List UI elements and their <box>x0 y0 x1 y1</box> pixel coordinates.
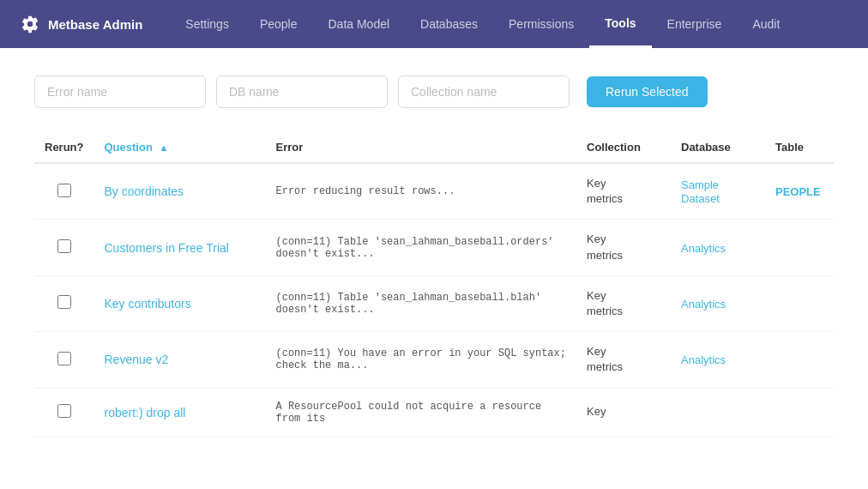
nav-tools[interactable]: Tools <box>589 0 651 48</box>
sort-arrow-icon: ▲ <box>159 142 168 153</box>
table-row: By coordinatesError reducing result rows… <box>34 163 834 220</box>
error-text: Error reducing result rows... <box>266 163 577 220</box>
error-text: (conn=11) Table 'sean_lahman_baseball.bl… <box>266 275 577 331</box>
nav-audit[interactable]: Audit <box>737 0 795 48</box>
question-link[interactable]: Revenue v2 <box>105 353 169 366</box>
database-link-cell: Analytics <box>671 220 765 275</box>
error-text: (conn=11) You have an error in your SQL … <box>266 332 577 388</box>
row-checkbox[interactable] <box>57 184 71 197</box>
question-link[interactable]: Key contributors <box>105 297 191 311</box>
collection-text: Keymetrics <box>576 220 671 275</box>
table-row: Key contributors(conn=11) Table 'sean_la… <box>34 275 834 331</box>
gear-icon <box>21 15 39 33</box>
row-checkbox[interactable] <box>57 352 71 365</box>
errors-table: Rerun? Question ▲ Error Collection <box>34 132 834 438</box>
database-link-cell <box>671 388 765 437</box>
database-link-cell: Analytics <box>671 275 765 331</box>
table-name-text <box>765 332 834 388</box>
table-row: Revenue v2(conn=11) You have an error in… <box>34 332 834 388</box>
collection-name-input[interactable] <box>398 75 570 108</box>
collection-text: Key <box>576 388 671 437</box>
database-link[interactable]: Analytics <box>681 242 726 255</box>
collection-text: Keymetrics <box>576 275 671 331</box>
row-checkbox[interactable] <box>57 404 71 418</box>
collection-text: Keymetrics <box>576 332 671 388</box>
navbar: Metbase Admin Settings People Data Model… <box>0 0 868 48</box>
row-checkbox[interactable] <box>57 239 71 253</box>
col-header-rerun: Rerun? <box>34 132 94 163</box>
question-link[interactable]: robert:) drop all <box>105 406 186 420</box>
col-header-question[interactable]: Question ▲ <box>94 132 266 163</box>
nav-data-model[interactable]: Data Model <box>312 0 405 48</box>
error-name-input[interactable] <box>34 75 206 108</box>
nav-people[interactable]: People <box>244 0 313 48</box>
errors-table-container: Rerun? Question ▲ Error Collection <box>34 132 834 438</box>
col-header-collection: Collection <box>576 132 671 163</box>
row-checkbox[interactable] <box>57 295 71 309</box>
brand[interactable]: Metbase Admin <box>21 15 142 33</box>
col-header-error: Error <box>266 132 577 163</box>
table-row: Customers in Free Trial(conn=11) Table '… <box>34 220 834 275</box>
collection-text: Keymetrics <box>576 163 671 220</box>
db-name-input[interactable] <box>216 75 388 108</box>
rerun-selected-button[interactable]: Rerun Selected <box>587 76 708 107</box>
nav-databases[interactable]: Databases <box>405 0 493 48</box>
nav-permissions[interactable]: Permissions <box>493 0 589 48</box>
col-header-database: Database <box>671 132 765 163</box>
main-content: Rerun Selected Rerun? Question ▲ Err <box>0 48 868 489</box>
error-text: A ResourcePool could not acquire a resou… <box>266 388 577 437</box>
table-name-text <box>765 220 834 275</box>
question-link[interactable]: Customers in Free Trial <box>105 241 229 255</box>
error-text: (conn=11) Table 'sean_lahman_baseball.or… <box>266 220 577 275</box>
table-name-text: PEOPLE <box>765 163 834 220</box>
table-name-text <box>765 388 834 437</box>
database-link[interactable]: Analytics <box>681 353 726 366</box>
col-header-table: Table <box>765 132 834 163</box>
database-link[interactable]: Sample Dataset <box>681 178 720 205</box>
database-link-cell: Sample Dataset <box>671 163 765 220</box>
table-row: robert:) drop allA ResourcePool could no… <box>34 388 834 437</box>
nav-settings[interactable]: Settings <box>170 0 244 48</box>
filter-row: Rerun Selected <box>34 75 834 108</box>
database-link-cell: Analytics <box>671 332 765 388</box>
brand-name: Metbase Admin <box>48 17 142 32</box>
database-link[interactable]: Analytics <box>681 298 726 311</box>
nav-enterprise[interactable]: Enterprise <box>652 0 738 48</box>
question-link[interactable]: By coordinates <box>105 184 184 198</box>
nav-links: Settings People Data Model Databases Per… <box>170 0 847 48</box>
table-name-text <box>765 275 834 331</box>
